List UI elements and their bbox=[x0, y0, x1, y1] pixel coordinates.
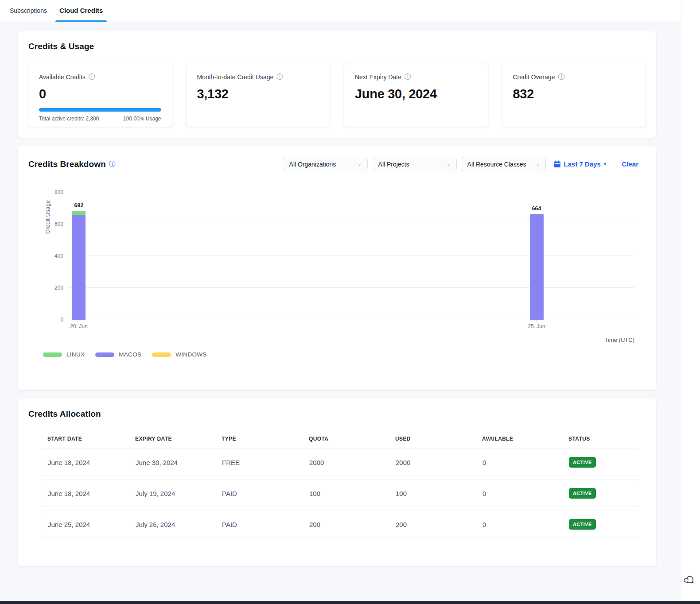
month-to-date-label: Month-to-date Credit Usage ⓘ bbox=[197, 73, 319, 81]
stacked-bar[interactable]: 664 bbox=[530, 214, 544, 320]
legend-item-linux[interactable]: LINUX bbox=[43, 351, 85, 358]
y-axis-tick-label: 200 bbox=[46, 285, 63, 291]
quota-cell: 100 bbox=[309, 490, 396, 497]
month-to-date-value: 3,132 bbox=[197, 87, 319, 101]
total-active-credits: Total active credits: 2,300 bbox=[39, 116, 99, 122]
credits-breakdown-section: Credits Breakdown ⓘ All Organizations ⌄ … bbox=[18, 146, 656, 390]
credits-usage-section: Credits & Usage Available Credits ⓘ 0 To… bbox=[18, 31, 656, 138]
bar-segment-linux bbox=[72, 211, 86, 215]
chart-plot-area: 020040060080068220. Jun66425. Jun bbox=[69, 193, 634, 320]
type-cell: FREE bbox=[222, 459, 309, 466]
expiry-date-cell: July 26, 2024 bbox=[136, 521, 222, 528]
info-icon[interactable]: ⓘ bbox=[558, 73, 564, 81]
status-cell: ACTIVE bbox=[569, 519, 640, 530]
projects-dropdown-value: All Projects bbox=[378, 161, 409, 168]
status-cell: ACTIVE bbox=[569, 457, 640, 468]
tab-cloud-credits[interactable]: Cloud Credits bbox=[59, 0, 103, 21]
date-range-value: Last 7 Days bbox=[564, 160, 601, 168]
credits-allocation-table: START DATEEXPIRY DATETYPEQUOTAUSEDAVAILA… bbox=[40, 436, 640, 538]
bar-total-label: 682 bbox=[74, 202, 84, 209]
available-credits-card: Available Credits ⓘ 0 Total active credi… bbox=[28, 62, 172, 127]
y-axis-title: Credit Usage bbox=[44, 200, 51, 234]
cloud-credits-page: Subscriptions Cloud Credits Credits & Us… bbox=[0, 0, 700, 604]
start-date-cell: June 25, 2024 bbox=[48, 521, 136, 528]
available-credits-value: 0 bbox=[39, 87, 161, 101]
credit-overage-label: Credit Overage ⓘ bbox=[513, 73, 635, 81]
organizations-dropdown-value: All Organizations bbox=[289, 161, 336, 168]
legend-label: MACOS bbox=[119, 351, 141, 358]
x-axis-title: Time (UTC) bbox=[605, 337, 634, 343]
available-cell: 0 bbox=[482, 459, 569, 466]
chevron-down-icon: ⌄ bbox=[358, 161, 362, 167]
credits-allocation-title: Credits Allocation bbox=[28, 409, 646, 419]
tab-bar: Subscriptions Cloud Credits bbox=[0, 0, 681, 21]
legend-swatch bbox=[43, 352, 62, 357]
legend-item-macos[interactable]: MACOS bbox=[95, 351, 141, 358]
column-header: QUOTA bbox=[309, 436, 395, 442]
breakdown-header: Credits Breakdown ⓘ All Organizations ⌄ … bbox=[28, 157, 646, 171]
table-row[interactable]: June 25, 2024July 26, 2024PAID2002000ACT… bbox=[40, 511, 640, 538]
info-icon[interactable]: ⓘ bbox=[89, 73, 95, 81]
tab-subscriptions[interactable]: Subscriptions bbox=[10, 0, 47, 21]
info-icon[interactable]: ⓘ bbox=[276, 73, 283, 81]
column-header: START DATE bbox=[47, 436, 135, 442]
scrollbar-gutter[interactable] bbox=[681, 0, 700, 604]
main-content: Credits & Usage Available Credits ⓘ 0 To… bbox=[18, 31, 656, 575]
table-row[interactable]: June 18, 2024July 19, 2024PAID1001000ACT… bbox=[40, 480, 640, 507]
stat-label-text: Credit Overage bbox=[513, 74, 555, 81]
legend-swatch bbox=[152, 352, 171, 357]
column-header: STATUS bbox=[568, 436, 640, 442]
table-body: June 18, 2024June 30, 2024FREE200020000A… bbox=[40, 449, 640, 538]
start-date-cell: June 18, 2024 bbox=[48, 459, 136, 466]
bottom-window-edge bbox=[0, 601, 700, 604]
credit-overage-value: 832 bbox=[513, 87, 635, 101]
legend-item-windows[interactable]: WINDOWS bbox=[152, 351, 206, 358]
type-cell: PAID bbox=[222, 521, 309, 528]
x-axis-tick bbox=[79, 320, 79, 322]
status-cell: ACTIVE bbox=[569, 488, 640, 499]
projects-dropdown[interactable]: All Projects ⌄ bbox=[372, 157, 457, 171]
chat-support-button[interactable] bbox=[683, 572, 699, 588]
bar-segment-macos bbox=[530, 214, 544, 320]
x-axis-tick bbox=[537, 320, 537, 322]
used-cell: 200 bbox=[396, 521, 482, 528]
available-credits-label: Available Credits ⓘ bbox=[39, 73, 161, 81]
status-badge: ACTIVE bbox=[569, 457, 596, 468]
table-row[interactable]: June 18, 2024June 30, 2024FREE200020000A… bbox=[40, 449, 640, 476]
resource-classes-dropdown-value: All Resource Classes bbox=[467, 161, 526, 168]
used-cell: 2000 bbox=[396, 459, 482, 466]
y-axis-tick-label: 400 bbox=[46, 253, 63, 259]
stat-label-text: Next Expiry Date bbox=[355, 74, 401, 81]
info-icon[interactable]: ⓘ bbox=[109, 160, 116, 168]
resource-classes-dropdown[interactable]: All Resource Classes ⌄ bbox=[461, 157, 546, 171]
legend-label: LINUX bbox=[66, 351, 85, 358]
bar-segment-macos bbox=[72, 215, 86, 320]
credits-usage-title: Credits & Usage bbox=[28, 42, 646, 51]
stat-label-text: Available Credits bbox=[39, 74, 86, 81]
quota-cell: 2000 bbox=[309, 459, 396, 466]
stat-label-text: Month-to-date Credit Usage bbox=[197, 74, 274, 81]
breakdown-filters: All Organizations ⌄ All Projects ⌄ All R… bbox=[283, 157, 646, 171]
bar-total-label: 664 bbox=[532, 205, 541, 212]
calendar-icon bbox=[553, 160, 561, 168]
credit-usage-chart: Credit Usage 020040060080068220. Jun6642… bbox=[28, 175, 646, 379]
expiry-date-cell: June 30, 2024 bbox=[136, 459, 222, 466]
organizations-dropdown[interactable]: All Organizations ⌄ bbox=[283, 157, 368, 171]
month-to-date-card: Month-to-date Credit Usage ⓘ 3,132 bbox=[187, 62, 330, 127]
used-cell: 100 bbox=[396, 490, 482, 497]
usage-progress-fill bbox=[39, 108, 161, 112]
credit-overage-card: Credit Overage ⓘ 832 bbox=[502, 62, 646, 127]
next-expiry-label: Next Expiry Date ⓘ bbox=[355, 73, 477, 81]
credits-breakdown-title: Credits Breakdown bbox=[28, 159, 106, 169]
stacked-bar[interactable]: 682 bbox=[72, 211, 86, 320]
x-axis-tick-label: 20. Jun bbox=[70, 323, 87, 329]
type-cell: PAID bbox=[222, 490, 309, 497]
table-header-row: START DATEEXPIRY DATETYPEQUOTAUSEDAVAILA… bbox=[40, 436, 640, 442]
status-badge: ACTIVE bbox=[569, 519, 596, 530]
caret-down-icon: ▾ bbox=[604, 161, 607, 167]
info-icon[interactable]: ⓘ bbox=[404, 73, 411, 81]
date-range-picker[interactable]: Last 7 Days ▾ bbox=[553, 160, 607, 168]
clear-filters-link[interactable]: Clear bbox=[622, 160, 638, 168]
column-header: TYPE bbox=[222, 436, 309, 442]
status-badge: ACTIVE bbox=[569, 488, 596, 499]
